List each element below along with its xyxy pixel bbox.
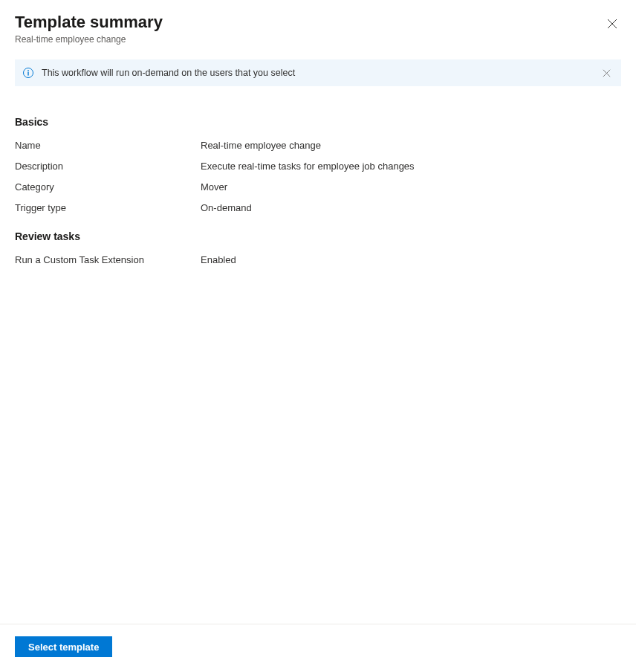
section-heading-review-tasks: Review tasks xyxy=(15,230,621,242)
kv-value: Real-time employee change xyxy=(201,138,621,153)
close-button[interactable] xyxy=(603,15,621,33)
panel-subtitle: Real-time employee change xyxy=(15,34,621,45)
panel-footer: Select template xyxy=(0,624,636,672)
kv-row-custom-task-extension: Run a Custom Task Extension Enabled xyxy=(15,250,621,271)
kv-row-category: Category Mover xyxy=(15,177,621,198)
kv-row-description: Description Execute real-time tasks for … xyxy=(15,156,621,177)
kv-value: Enabled xyxy=(201,253,621,268)
kv-label: Run a Custom Task Extension xyxy=(15,253,201,268)
info-icon xyxy=(22,67,34,79)
close-icon xyxy=(607,19,617,29)
panel-content: Basics Name Real-time employee change De… xyxy=(0,86,636,624)
section-heading-basics: Basics xyxy=(15,116,621,128)
info-text: This workflow will run on-demand on the … xyxy=(42,68,599,78)
template-summary-panel: Template summary Real-time employee chan… xyxy=(0,0,636,672)
info-message-bar: This workflow will run on-demand on the … xyxy=(15,59,621,86)
kv-value: Execute real-time tasks for employee job… xyxy=(201,159,621,174)
kv-label: Trigger type xyxy=(15,201,201,216)
kv-label: Name xyxy=(15,138,201,153)
kv-value: On-demand xyxy=(201,201,621,216)
kv-label: Description xyxy=(15,159,201,174)
panel-title: Template summary xyxy=(15,12,621,33)
kv-row-trigger-type: Trigger type On-demand xyxy=(15,198,621,219)
close-icon xyxy=(603,69,611,77)
select-template-button[interactable]: Select template xyxy=(15,636,112,657)
kv-value: Mover xyxy=(201,180,621,195)
info-dismiss-button[interactable] xyxy=(599,65,614,80)
kv-label: Category xyxy=(15,180,201,195)
kv-row-name: Name Real-time employee change xyxy=(15,135,621,156)
svg-point-1 xyxy=(27,70,29,71)
svg-rect-2 xyxy=(27,72,28,76)
panel-header: Template summary Real-time employee chan… xyxy=(0,0,636,54)
